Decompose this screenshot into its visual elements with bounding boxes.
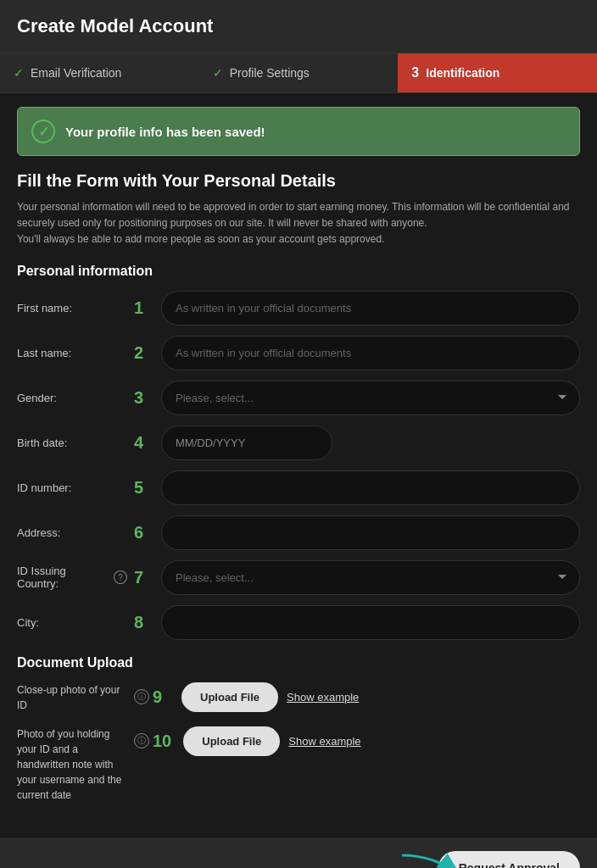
- field-row-country: ID Issuing Country: ? 7 Please, select..…: [17, 560, 580, 595]
- doc-actions-1: ⓘ 9 Upload File Show example: [134, 682, 580, 712]
- section-title: Fill the Form with Your Personal Details: [17, 171, 580, 191]
- field-row-city: City: 8: [17, 605, 580, 640]
- step-email[interactable]: ✓ Email Verification: [0, 53, 199, 92]
- doc-row-2: Photo of you holding your ID and a handw…: [17, 726, 580, 803]
- field-label-address: Address:: [17, 526, 127, 539]
- personal-info-title: Personal information: [17, 264, 580, 279]
- doc-num-wrap-1: ⓘ 9: [134, 687, 173, 707]
- bottom-bar: Request Approval: [0, 838, 597, 868]
- field-num-2: 2: [134, 343, 151, 363]
- address-input[interactable]: [161, 515, 580, 550]
- section-desc: Your personal information will need to b…: [17, 199, 580, 248]
- field-label-city: City:: [17, 616, 127, 629]
- step-check-profile: ✓: [213, 66, 223, 80]
- field-num-6: 6: [134, 523, 151, 542]
- doc-actions-2: ⓘ 10 Upload File Show example: [134, 726, 580, 756]
- field-row-firstname: First name: 1: [17, 291, 580, 326]
- field-num-4: 4: [134, 433, 151, 453]
- country-select[interactable]: Please, select...: [161, 560, 580, 595]
- content-area: ✓ Your profile info has been saved! Fill…: [0, 93, 597, 830]
- step-label-email: Email Verification: [31, 66, 121, 80]
- doc-label-2: Photo of you holding your ID and a handw…: [17, 726, 127, 803]
- step-label-profile: Profile Settings: [230, 66, 310, 80]
- doc-num-wrap-2: ⓘ 10: [134, 732, 175, 751]
- field-label-gender: Gender:: [17, 392, 127, 404]
- show-example-link-2[interactable]: Show example: [288, 735, 360, 748]
- field-label-firstname: First name:: [17, 302, 127, 314]
- field-row-birthdate: Birth date: 4: [17, 426, 580, 460]
- step-number-identification: 3: [411, 65, 419, 81]
- doc-num-9: 9: [153, 687, 170, 707]
- field-num-7: 7: [134, 568, 151, 587]
- field-row-idnumber: ID number: 5: [17, 470, 580, 505]
- field-num-5: 5: [134, 478, 151, 498]
- upload-btn-1[interactable]: Upload File: [181, 682, 278, 712]
- country-help-icon[interactable]: ?: [114, 570, 127, 584]
- field-row-gender: Gender: 3 Please, select... Male Female …: [17, 381, 580, 415]
- firstname-input[interactable]: [161, 291, 580, 326]
- field-num-1: 1: [134, 298, 151, 318]
- upload-btn-2[interactable]: Upload File: [183, 726, 280, 756]
- field-row-lastname: Last name: 2: [17, 336, 580, 370]
- doc-info-icon-1[interactable]: ⓘ: [134, 689, 149, 704]
- arrow-container: [402, 851, 470, 868]
- step-identification[interactable]: 3 Identification: [398, 53, 597, 92]
- idnumber-input[interactable]: [161, 470, 580, 505]
- field-row-address: Address: 6: [17, 515, 580, 550]
- field-num-8: 8: [134, 613, 151, 632]
- birthdate-input[interactable]: [161, 426, 332, 460]
- field-label-country: ID Issuing Country: ?: [17, 565, 127, 590]
- step-label-identification: Identification: [426, 66, 499, 80]
- field-label-birthdate: Birth date:: [17, 437, 127, 449]
- show-example-link-1[interactable]: Show example: [287, 691, 359, 704]
- success-icon: ✓: [31, 120, 55, 143]
- doc-num-10: 10: [153, 732, 171, 751]
- banner-message: Your profile info has been saved!: [65, 125, 265, 139]
- step-profile[interactable]: ✓ Profile Settings: [199, 53, 399, 92]
- step-check-email: ✓: [14, 66, 24, 80]
- city-input[interactable]: [161, 605, 580, 640]
- field-label-idnumber: ID number:: [17, 481, 127, 494]
- success-banner: ✓ Your profile info has been saved!: [17, 107, 580, 156]
- lastname-input[interactable]: [161, 336, 580, 370]
- doc-info-icon-2[interactable]: ⓘ: [134, 733, 149, 748]
- field-num-3: 3: [134, 388, 151, 408]
- gender-select[interactable]: Please, select... Male Female Other: [161, 381, 580, 415]
- page-title: Create Model Account: [0, 0, 597, 53]
- doc-section-title: Document Upload: [17, 655, 580, 670]
- doc-label-1: Close-up photo of your ID: [17, 682, 127, 713]
- steps-bar: ✓ Email Verification ✓ Profile Settings …: [0, 53, 597, 93]
- doc-row-1: Close-up photo of your ID ⓘ 9 Upload Fil…: [17, 682, 580, 713]
- request-approval-arrow: [402, 851, 470, 868]
- field-label-lastname: Last name:: [17, 347, 127, 359]
